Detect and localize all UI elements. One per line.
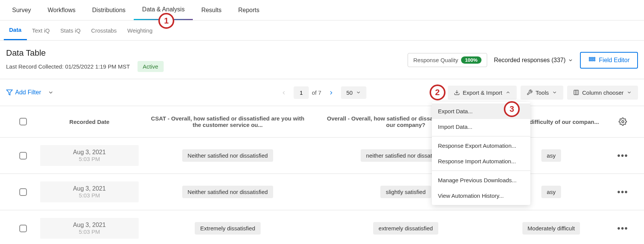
callout-1: 1 [158, 13, 174, 29]
response-quality-label: Response Quality [413, 57, 458, 63]
header-left: Data Table Last Record Collected: 01/25/… [6, 48, 164, 72]
nav-results[interactable]: Results [193, 1, 230, 20]
svg-rect-2 [594, 57, 595, 58]
top-nav: Survey Workflows Distributions Data & An… [0, 0, 644, 20]
subnav-data[interactable]: Data [4, 20, 27, 40]
date-cell: Aug 3, 2021 5:03 PM [40, 218, 139, 239]
menu-export-data-label: Export Data... [438, 108, 473, 114]
header-row: Data Table Last Record Collected: 01/25/… [0, 41, 644, 79]
field-editor-button[interactable]: Field Editor [580, 52, 638, 69]
answer-ease: Moderately difficult [522, 222, 580, 235]
svg-point-11 [622, 120, 624, 123]
callout-2: 2 [430, 84, 445, 100]
add-filter-label: Add Filter [15, 89, 41, 96]
menu-response-export-automation[interactable]: Response Export Automation... [432, 138, 530, 153]
svg-rect-8 [574, 90, 578, 95]
svg-rect-5 [594, 59, 595, 61]
date-cell: Aug 3, 2021 5:03 PM [40, 181, 139, 202]
wrench-icon [527, 89, 533, 95]
chevron-down-icon [356, 90, 361, 95]
field-editor-label: Field Editor [599, 57, 630, 64]
nav-reports[interactable]: Reports [230, 1, 268, 20]
date-value: Aug 3, 2021 [40, 185, 139, 192]
svg-marker-6 [7, 90, 13, 95]
gear-icon[interactable] [619, 117, 627, 126]
chevron-down-icon [552, 90, 557, 95]
subnav-text-iq[interactable]: Text iQ [27, 21, 55, 40]
column-chooser-button[interactable]: Column chooser [567, 86, 638, 100]
chevron-down-icon [627, 90, 632, 95]
chevron-down-icon [568, 58, 573, 63]
subnav-crosstabs[interactable]: Crosstabs [86, 21, 122, 40]
answer-ease: asy [541, 149, 561, 162]
answer-overall: slightly satisfied [380, 186, 431, 198]
response-quality-pct: 100% [461, 56, 481, 64]
export-import-label: Export & Import [463, 89, 502, 96]
nav-distributions[interactable]: Distributions [84, 1, 134, 20]
filter-icon [6, 89, 13, 96]
toolbar: Add Filter of 7 50 2 Export & Import Too [0, 79, 644, 106]
time-value: 5:03 PM [40, 228, 139, 235]
columns-icon [573, 89, 579, 95]
chevron-right-icon [328, 90, 334, 96]
tools-button[interactable]: Tools [521, 86, 563, 100]
row-actions-button[interactable]: ••• [617, 224, 628, 233]
row-checkbox[interactable] [19, 188, 27, 196]
time-value: 5:03 PM [40, 192, 139, 199]
menu-divider [432, 136, 530, 136]
recorded-responses-label: Recorded responses (337) [494, 57, 566, 64]
col-csat[interactable]: CSAT - Overall, how satisfied or dissati… [139, 115, 317, 128]
nav-survey[interactable]: Survey [4, 1, 39, 20]
chevron-left-icon [281, 90, 287, 96]
answer-csat: Extremely dissatisfied [195, 222, 260, 235]
column-chooser-label: Column chooser [582, 89, 624, 96]
nav-workflows[interactable]: Workflows [39, 1, 84, 20]
page-size-dropdown[interactable]: 50 [341, 86, 366, 99]
select-all-checkbox[interactable] [19, 118, 27, 125]
status-badge: Active [138, 61, 164, 72]
next-page-button[interactable] [325, 87, 337, 98]
menu-import-data[interactable]: Import Data... [432, 119, 530, 135]
export-import-button[interactable]: Export & Import [448, 86, 517, 100]
subnav-weighting[interactable]: Weighting [122, 21, 158, 40]
callout-3: 3 [504, 101, 520, 117]
menu-response-import-automation[interactable]: Response Import Automation... [432, 153, 530, 169]
subnav-stats-iq[interactable]: Stats iQ [55, 21, 86, 40]
row-checkbox[interactable] [19, 152, 27, 160]
answer-overall: extremely dissatisfied [373, 222, 438, 235]
sub-nav: Data Text iQ Stats iQ Crosstabs Weightin… [0, 20, 644, 41]
svg-rect-0 [589, 57, 591, 58]
menu-view-automation-history[interactable]: View Automation History... [432, 188, 530, 203]
response-quality-button[interactable]: Response Quality 100% [408, 53, 487, 67]
tools-label: Tools [536, 89, 549, 96]
field-editor-icon [588, 56, 596, 64]
time-value: 5:03 PM [40, 156, 139, 162]
table-row: Aug 3, 2021 5:03 PM Neither satisfied no… [0, 174, 644, 210]
row-checkbox[interactable] [19, 225, 27, 232]
export-import-menu: Export Data... 3 Import Data... Response… [432, 102, 530, 205]
row-actions-button[interactable]: ••• [617, 187, 628, 197]
date-value: Aug 3, 2021 [40, 222, 139, 228]
filter-chevron-icon[interactable] [48, 89, 54, 95]
menu-manage-downloads[interactable]: Manage Previous Downloads... [432, 172, 530, 188]
recorded-responses-dropdown[interactable]: Recorded responses (337) [494, 57, 573, 64]
add-filter-button[interactable]: Add Filter [6, 89, 41, 96]
chevron-up-icon [505, 90, 511, 95]
svg-rect-3 [589, 59, 591, 61]
page-title: Data Table [6, 48, 164, 58]
answer-ease: asy [541, 186, 561, 198]
last-record-label: Last Record Collected: 01/25/2022 1:19 P… [6, 63, 130, 70]
menu-divider [432, 170, 530, 171]
table-row: Aug 3, 2021 5:03 PM Neither satisfied no… [0, 138, 644, 174]
svg-rect-4 [591, 59, 592, 61]
answer-csat: Neither satisfied nor dissatisfied [182, 149, 273, 162]
prev-page-button[interactable] [278, 87, 290, 98]
page-total-label: of 7 [312, 89, 321, 96]
page-input[interactable] [294, 86, 309, 99]
col-recorded-date[interactable]: Recorded Date [40, 119, 139, 125]
menu-export-data[interactable]: Export Data... 3 [432, 103, 530, 119]
row-actions-button[interactable]: ••• [617, 151, 628, 161]
header-right: Response Quality 100% Recorded responses… [408, 52, 638, 69]
table-head: Recorded Date CSAT - Overall, how satisf… [0, 106, 644, 138]
answer-csat: Neither satisfied nor dissatisfied [182, 186, 273, 198]
